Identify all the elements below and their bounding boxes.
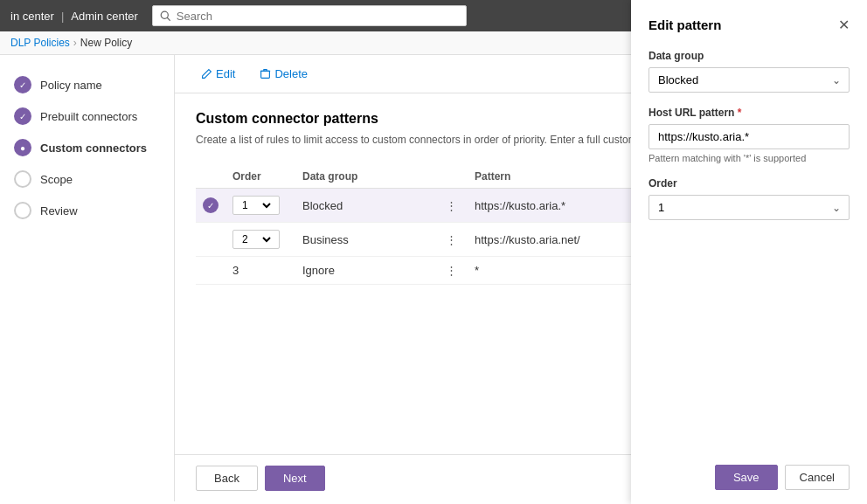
row-more-cell[interactable]: ⋮	[435, 257, 468, 285]
panel-title: Edit pattern	[649, 17, 721, 32]
breadcrumb-separator: ›	[73, 37, 77, 49]
admin-center-label-1: in center	[10, 10, 54, 23]
row-datagroup-cell: Business	[295, 223, 435, 257]
th-dots	[435, 165, 468, 189]
step-circle-custom: ●	[14, 139, 31, 156]
th-order: Order	[225, 165, 295, 189]
cancel-button[interactable]: Cancel	[785, 465, 850, 490]
th-select	[196, 165, 225, 189]
step-circle-prebuilt: ✓	[14, 107, 31, 125]
order-select-cell[interactable]: 1	[239, 198, 274, 212]
sidebar-label-policy-name: Policy name	[40, 79, 102, 92]
order-dropdown[interactable]: 2	[232, 230, 280, 249]
panel-close-button[interactable]: ✕	[838, 18, 850, 32]
th-datagroup: Data group	[295, 165, 435, 189]
order-select-cell[interactable]: 2	[239, 232, 274, 246]
search-icon	[160, 10, 171, 22]
save-button[interactable]: Save	[715, 465, 778, 490]
search-input[interactable]	[177, 10, 459, 23]
order-select-wrapper: 123	[649, 195, 850, 220]
panel-footer: Save Cancel	[649, 454, 850, 490]
host-url-required: *	[738, 107, 742, 119]
sidebar-item-custom-connectors[interactable]: ● Custom connectors	[0, 132, 174, 163]
step-circle-review	[14, 202, 31, 219]
sidebar-label-scope: Scope	[40, 173, 73, 186]
step-circle-scope	[14, 170, 31, 188]
host-url-hint: Pattern matching with '*' is supported	[649, 153, 850, 163]
admin-center-label-2: Admin center	[71, 10, 138, 23]
more-icon[interactable]: ⋮	[442, 197, 461, 214]
edit-pattern-panel: Edit pattern ✕ Data group BlockedBusines…	[631, 0, 867, 504]
panel-order-field: Order 123	[649, 177, 850, 220]
delete-icon	[260, 68, 271, 79]
edit-icon	[201, 68, 212, 79]
row-datagroup-cell: Ignore	[295, 257, 435, 285]
data-group-select-wrapper: BlockedBusinessNon-businessIgnore	[649, 67, 850, 93]
edit-button[interactable]: Edit	[196, 64, 240, 84]
sidebar-item-review[interactable]: Review	[0, 195, 174, 226]
svg-rect-2	[261, 71, 270, 78]
sidebar-item-prebuilt-connectors[interactable]: ✓ Prebuilt connectors	[0, 100, 174, 132]
next-button[interactable]: Next	[265, 466, 325, 491]
panel-header: Edit pattern ✕	[649, 17, 850, 32]
breadcrumb-dlp-link[interactable]: DLP Policies	[10, 37, 70, 49]
order-label: Order	[649, 177, 850, 190]
delete-label: Delete	[274, 67, 308, 80]
row-order-cell: 3	[225, 257, 295, 285]
panel-host-url-field: Host URL pattern * Pattern matching with…	[649, 107, 850, 163]
order-dropdown[interactable]: 1	[232, 196, 280, 215]
order-plain: 3	[232, 264, 239, 277]
nav-separator: |	[61, 10, 64, 23]
row-check-cell	[196, 223, 225, 257]
sidebar: ✓ Policy name ✓ Prebuilt connectors ● Cu…	[0, 55, 175, 501]
more-icon[interactable]: ⋮	[442, 231, 461, 248]
row-order-cell: 1	[225, 189, 295, 223]
sidebar-label-review: Review	[40, 204, 78, 217]
order-select[interactable]: 123	[649, 195, 850, 220]
search-box[interactable]	[152, 5, 467, 26]
sidebar-item-scope[interactable]: Scope	[0, 163, 174, 195]
data-group-label: Data group	[649, 50, 850, 62]
delete-button[interactable]: Delete	[254, 64, 313, 84]
more-icon[interactable]: ⋮	[442, 262, 461, 279]
row-more-cell[interactable]: ⋮	[435, 223, 468, 257]
data-group-select[interactable]: BlockedBusinessNon-businessIgnore	[649, 67, 850, 93]
host-url-label: Host URL pattern *	[649, 107, 850, 119]
step-circle-policy-name: ✓	[14, 76, 31, 93]
edit-label: Edit	[216, 67, 235, 80]
sidebar-label-prebuilt: Prebuilt connectors	[40, 110, 137, 123]
breadcrumb-current: New Policy	[80, 37, 132, 49]
row-check-cell	[196, 257, 225, 285]
row-datagroup-cell: Blocked	[295, 189, 435, 223]
row-order-cell: 2	[225, 223, 295, 257]
panel-data-group-field: Data group BlockedBusinessNon-businessIg…	[649, 50, 850, 93]
host-url-input[interactable]	[649, 124, 850, 149]
row-more-cell[interactable]: ⋮	[435, 189, 468, 223]
sidebar-item-policy-name[interactable]: ✓ Policy name	[0, 69, 174, 100]
row-check-cell: ✓	[196, 189, 225, 223]
row-check-icon: ✓	[203, 197, 218, 213]
back-button[interactable]: Back	[196, 466, 258, 491]
svg-line-1	[167, 17, 170, 20]
sidebar-label-custom: Custom connectors	[40, 142, 147, 155]
